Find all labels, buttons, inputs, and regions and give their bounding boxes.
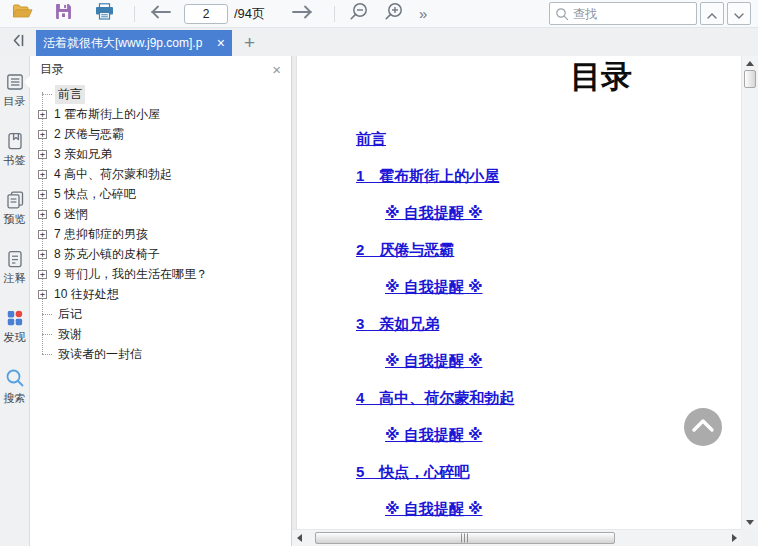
open-file-button[interactable] bbox=[12, 2, 33, 26]
activity-bar: 目录 书签 bbox=[0, 56, 30, 546]
expand-plus-icon[interactable]: + bbox=[38, 210, 47, 219]
toc-item[interactable]: + 2 厌倦与恶霸 bbox=[30, 124, 291, 144]
sidebar-item-label: 目录 bbox=[3, 95, 27, 107]
document-link[interactable]: ※ 自我提醒 ※ bbox=[385, 279, 483, 294]
tab-close-icon[interactable]: × bbox=[217, 36, 225, 50]
toolbar-separator bbox=[334, 6, 335, 22]
toc-item[interactable]: + 8 苏克小镇的皮椅子 bbox=[30, 244, 291, 264]
toc-item[interactable]: + 5 快点，心碎吧 bbox=[30, 184, 291, 204]
toc-item[interactable]: + 10 往好处想 bbox=[30, 284, 291, 304]
document-link[interactable]: 前言 bbox=[356, 131, 386, 146]
sidebar-item-annotations[interactable]: 注释 bbox=[0, 245, 29, 288]
find-input[interactable] bbox=[573, 7, 691, 21]
next-page-button[interactable] bbox=[291, 2, 314, 26]
previous-page-button[interactable] bbox=[149, 2, 172, 26]
document-link[interactable]: 2 厌倦与恶霸 bbox=[356, 242, 454, 257]
sidebar-item-label: 搜索 bbox=[3, 392, 27, 404]
document-link[interactable]: 5 快点，心碎吧 bbox=[356, 464, 469, 479]
expand-plus-icon[interactable]: + bbox=[38, 170, 47, 179]
discover-icon bbox=[5, 308, 25, 328]
sidebar-item-label: 发现 bbox=[3, 331, 27, 343]
find-box[interactable] bbox=[549, 2, 697, 25]
close-icon[interactable]: × bbox=[272, 62, 281, 77]
page-gutter bbox=[292, 56, 297, 529]
sidebar-item-discover[interactable]: 发现 bbox=[0, 304, 29, 347]
toc-item[interactable]: + 3 亲如兄弟 bbox=[30, 144, 291, 164]
document-link[interactable]: 3 亲如兄弟 bbox=[356, 316, 439, 331]
search-blue-icon bbox=[4, 367, 26, 389]
scroll-left-arrow[interactable] bbox=[292, 530, 306, 546]
scroll-down-arrow[interactable] bbox=[742, 515, 758, 529]
expand-plus-icon[interactable]: + bbox=[38, 230, 47, 239]
find-next-button[interactable] bbox=[727, 2, 751, 25]
toc-item[interactable]: + 9 哥们儿，我的生活在哪里？ bbox=[30, 264, 291, 284]
toc-item[interactable]: + 7 患抑郁症的男孩 bbox=[30, 224, 291, 244]
zoom-in-button[interactable] bbox=[384, 2, 403, 26]
expand-plus-icon[interactable]: + bbox=[38, 290, 47, 299]
scroll-up-arrow[interactable] bbox=[742, 56, 758, 70]
scroll-right-arrow[interactable] bbox=[727, 530, 741, 546]
expand-plus-icon[interactable]: + bbox=[38, 150, 47, 159]
vertical-scrollbar[interactable] bbox=[741, 56, 758, 529]
toc-icon bbox=[5, 72, 25, 92]
toc-item[interactable]: + 1 霍布斯街上的小屋 bbox=[30, 104, 291, 124]
toc-item[interactable]: 前言 bbox=[30, 84, 291, 104]
search-icon bbox=[555, 7, 569, 21]
tree-connector bbox=[42, 354, 52, 355]
note-icon bbox=[5, 249, 25, 269]
tab-bar: 活着就很伟大[www.j9p.com].p × + bbox=[0, 28, 758, 56]
document-link[interactable]: ※ 自我提醒 ※ bbox=[385, 501, 483, 516]
find-previous-button[interactable] bbox=[700, 2, 724, 25]
toolbar-separator bbox=[134, 6, 135, 22]
horizontal-scroll-thumb[interactable] bbox=[315, 532, 615, 544]
sidebar-item-search[interactable]: 搜索 bbox=[0, 363, 29, 408]
more-tools-button[interactable]: » bbox=[419, 2, 427, 26]
horizontal-scrollbar[interactable] bbox=[292, 529, 741, 546]
toc-item[interactable]: 致读者的一封信 bbox=[30, 344, 291, 364]
toc-item[interactable]: 致谢 bbox=[30, 324, 291, 344]
toc-item[interactable]: + 6 迷惘 bbox=[30, 204, 291, 224]
sidebar-item-bookmarks[interactable]: 书签 bbox=[0, 127, 29, 170]
sidebar-item-label: 书签 bbox=[3, 154, 27, 166]
zoom-out-button[interactable] bbox=[349, 2, 368, 26]
document-page-title: 目录 bbox=[570, 59, 632, 95]
scrollbar-corner bbox=[741, 529, 758, 546]
document-links: 前言 1 霍布斯街上的小屋 ※ 自我提醒 ※ 2 厌倦与恶霸 ※ 自我提醒 ※ … bbox=[298, 131, 741, 516]
expand-plus-icon[interactable]: + bbox=[38, 250, 47, 259]
expand-plus-icon[interactable]: + bbox=[38, 270, 47, 279]
pdf-reader-window: /94页 bbox=[0, 0, 758, 546]
toc-item[interactable]: + 4 高中、荷尔蒙和勃起 bbox=[30, 164, 291, 184]
page-number-input[interactable] bbox=[184, 4, 228, 24]
back-to-top-button[interactable] bbox=[684, 408, 722, 446]
new-tab-button[interactable]: + bbox=[244, 33, 255, 52]
toc-panel: 目录 × 前言 + 1 霍布斯街上的小屋 + 2 厌倦与恶霸 + 3 bbox=[30, 56, 292, 546]
expand-plus-icon[interactable]: + bbox=[38, 190, 47, 199]
expand-plus-icon[interactable]: + bbox=[38, 110, 47, 119]
toc-tree: 前言 + 1 霍布斯街上的小屋 + 2 厌倦与恶霸 + 3 亲如兄弟 + 4 高… bbox=[30, 82, 291, 364]
print-button[interactable] bbox=[95, 2, 114, 26]
chevron-up-icon bbox=[690, 417, 716, 437]
document-link[interactable]: 4 高中、荷尔蒙和勃起 bbox=[356, 390, 514, 405]
arrow-left-icon bbox=[149, 4, 172, 24]
collapse-tabs-button[interactable] bbox=[0, 28, 36, 56]
document-link[interactable]: 1 霍布斯街上的小屋 bbox=[356, 168, 499, 183]
folder-open-icon bbox=[12, 3, 33, 24]
expand-plus-icon[interactable]: + bbox=[38, 130, 47, 139]
toc-panel-title: 目录 bbox=[40, 61, 64, 78]
vertical-scroll-thumb[interactable] bbox=[744, 70, 756, 88]
collapse-tabs-icon bbox=[11, 33, 26, 52]
zoom-in-icon bbox=[384, 2, 403, 25]
tab-title: 活着就很伟大[www.j9p.com].p bbox=[43, 35, 213, 52]
save-floppy-icon bbox=[55, 3, 72, 24]
sidebar-item-label: 预览 bbox=[3, 213, 27, 225]
sidebar-item-preview[interactable]: 预览 bbox=[0, 186, 29, 229]
document-tab[interactable]: 活着就很伟大[www.j9p.com].p × bbox=[36, 30, 232, 56]
sidebar-item-toc[interactable]: 目录 bbox=[0, 68, 29, 111]
document-link[interactable]: ※ 自我提醒 ※ bbox=[385, 205, 483, 220]
document-link[interactable]: ※ 自我提醒 ※ bbox=[385, 427, 483, 442]
toc-item[interactable]: 后记 bbox=[30, 304, 291, 324]
save-button[interactable] bbox=[55, 2, 72, 26]
toolbar: /94页 bbox=[0, 0, 758, 28]
toc-panel-header: 目录 × bbox=[30, 56, 291, 82]
document-link[interactable]: ※ 自我提醒 ※ bbox=[385, 353, 483, 368]
